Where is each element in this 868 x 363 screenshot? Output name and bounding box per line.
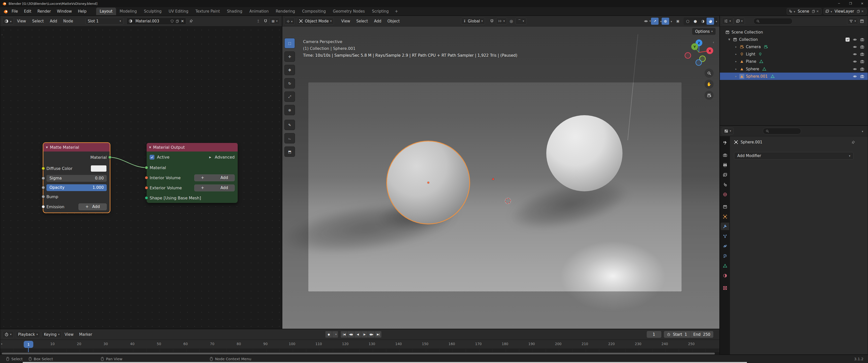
copy-material-icon[interactable]	[176, 20, 179, 23]
tool-transform[interactable]: ⊕	[284, 105, 295, 115]
play-button[interactable]: ▶	[361, 331, 368, 338]
playback-menu[interactable]: Playback	[16, 331, 40, 338]
timeline-expander-icon[interactable]: ▸	[1, 342, 2, 345]
diffuse-color-socket[interactable]	[42, 167, 45, 170]
advanced-label[interactable]: Advanced	[215, 155, 235, 160]
tab-scene[interactable]	[721, 181, 729, 188]
editor-type-button[interactable]	[2, 18, 14, 25]
opacity-socket[interactable]	[42, 186, 45, 189]
interior-volume-socket[interactable]	[145, 176, 148, 179]
transform-orientation-dropdown[interactable]: ↧ Global	[461, 18, 485, 25]
row-label[interactable]: Camera	[746, 45, 761, 49]
shader-menu-node[interactable]: Node	[60, 19, 76, 24]
viewlayer-dropdown-icon[interactable]	[829, 9, 832, 13]
active-checkbox[interactable]	[150, 155, 154, 160]
proportional-editing-toggle[interactable]: ◎	[507, 18, 515, 25]
outliner-row-scene-collection[interactable]: Scene Collection	[720, 29, 868, 36]
tab-world[interactable]	[721, 191, 729, 198]
active-label[interactable]: Active	[157, 155, 169, 160]
snap-toggle[interactable]	[262, 18, 270, 25]
viewlayer-name[interactable]: ViewLayer	[832, 9, 857, 13]
object-menu[interactable]: Object	[384, 19, 402, 24]
auto-keying-button[interactable]: ●	[325, 331, 332, 338]
outliner-row-collection[interactable]: ▼ Collection	[720, 36, 868, 43]
remove-viewlayer-icon[interactable]: ✕	[860, 9, 865, 13]
shader-menu-add[interactable]: Add	[47, 19, 60, 24]
properties-search-input[interactable]	[763, 128, 801, 134]
shader-menu-select[interactable]: Select	[29, 19, 46, 24]
disable-render-icon[interactable]	[860, 52, 864, 56]
node-material-output[interactable]: ▼ Material Output Active ▶ Advanced Mate…	[147, 143, 238, 203]
bump-socket[interactable]	[42, 195, 45, 198]
expand-icon[interactable]: ▼	[727, 38, 731, 41]
jump-to-start-button[interactable]: |◀	[341, 331, 347, 338]
tool-select-box[interactable]: ⬚	[284, 38, 295, 48]
tool-scale[interactable]: ⤢	[284, 92, 295, 102]
expand-icon[interactable]: ▸	[734, 45, 738, 48]
timeline-ruler[interactable]: ▸ 10203040506070809010011012013014015016…	[0, 340, 719, 349]
diffuse-color-swatch[interactable]	[91, 165, 107, 172]
view-menu[interactable]: View	[338, 19, 353, 24]
tab-constraints[interactable]	[721, 252, 729, 260]
xray-toggle[interactable]: ▣	[674, 18, 682, 25]
row-label[interactable]: Collection	[739, 37, 758, 42]
shading-dropdown-icon[interactable]	[714, 19, 717, 24]
new-collection-button[interactable]	[858, 18, 866, 25]
tab-collection[interactable]	[721, 203, 729, 210]
row-label[interactable]: Scene Collection	[732, 30, 763, 35]
tab-scripting[interactable]: Scripting	[368, 7, 392, 15]
snap-toggle[interactable]	[488, 18, 496, 25]
hide-eye-icon[interactable]	[853, 38, 857, 42]
tab-sculpting[interactable]: Sculpting	[140, 7, 165, 15]
disable-render-icon[interactable]	[860, 67, 864, 71]
material-output-socket[interactable]	[108, 156, 112, 159]
matte-node-header[interactable]: ▼ Matte Material	[43, 143, 110, 152]
timeline-editor-type-button[interactable]	[2, 331, 14, 338]
select-menu[interactable]: Select	[353, 19, 371, 24]
outliner-row-camera[interactable]: ▸ Camera	[720, 43, 868, 51]
pan-button[interactable]: ✋	[705, 80, 714, 89]
camera-view-button[interactable]	[705, 91, 714, 100]
viewport-editor-type-button[interactable]: ⊹	[284, 18, 295, 25]
menu-help[interactable]: Help	[75, 8, 90, 14]
expand-icon[interactable]: ▸	[734, 75, 738, 78]
minimize-button[interactable]: ─	[833, 0, 845, 7]
shape-socket[interactable]	[145, 196, 148, 200]
outliner-filter-dropdown[interactable]	[847, 18, 858, 25]
row-label[interactable]: Plane	[746, 59, 756, 64]
tab-modeling[interactable]: Modeling	[116, 7, 140, 15]
tool-cursor[interactable]: ✛	[284, 52, 295, 62]
gizmo-dropdown-icon[interactable]	[658, 19, 661, 24]
add-menu[interactable]: Add	[371, 19, 384, 24]
hide-eye-icon[interactable]	[853, 60, 857, 64]
blender-menu-icon[interactable]	[2, 9, 8, 14]
breadcrumb-object-name[interactable]: Sphere.001	[741, 140, 762, 144]
tab-texture-paint[interactable]: Texture Paint	[192, 7, 223, 15]
outliner-row-sphere-001[interactable]: ▸ Sphere.001	[720, 73, 868, 80]
row-label[interactable]: Sphere.001	[746, 74, 768, 79]
tab-modifiers[interactable]	[721, 223, 729, 230]
interior-volume-add-button[interactable]: + Add	[194, 174, 235, 181]
disable-render-icon[interactable]	[860, 74, 864, 78]
outliner-row-sphere[interactable]: ▸ Sphere	[720, 65, 868, 73]
sphere-right[interactable]	[546, 115, 622, 191]
fake-user-shield-icon[interactable]	[170, 20, 174, 23]
node-canvas[interactable]: › ▼ Matte Material Material Diffuse Colo…	[0, 27, 282, 329]
visibility-dropdown[interactable]	[644, 18, 651, 25]
close-button[interactable]: ✕	[857, 0, 868, 7]
opacity-slider[interactable]: Opacity 1.000	[46, 184, 107, 191]
unlink-material-icon[interactable]: ✕	[181, 19, 184, 24]
material-name[interactable]: Material.003	[132, 19, 170, 24]
sigma-slider[interactable]: Sigma 0.00	[46, 175, 107, 182]
disable-render-icon[interactable]	[860, 45, 864, 49]
timeline-marker-menu[interactable]: Marker	[76, 332, 95, 337]
tab-tool[interactable]	[721, 139, 729, 146]
proportional-falloff-dropdown[interactable]: ⌒	[516, 18, 526, 25]
maximize-button[interactable]: ❐	[845, 0, 857, 7]
tab-uv-editing[interactable]: UV Editing	[165, 7, 192, 15]
options-button[interactable]: Options	[692, 28, 716, 35]
tab-texture[interactable]	[721, 284, 729, 292]
tab-animation[interactable]: Animation	[246, 7, 272, 15]
properties-editor-type-button[interactable]	[722, 128, 734, 135]
jump-to-end-button[interactable]: ▶|	[375, 331, 381, 338]
